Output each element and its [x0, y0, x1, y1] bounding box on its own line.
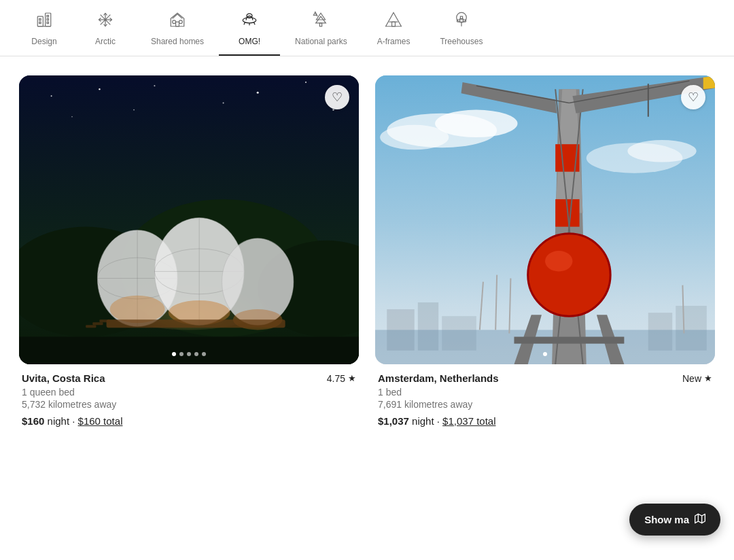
svg-line-28: [254, 22, 256, 24]
svg-point-49: [71, 116, 73, 118]
listing-title-row-uvita: Uvita, Costa Rica 4.75 ★: [22, 372, 356, 384]
aframe-icon: [385, 11, 402, 31]
nav-item-shared-homes[interactable]: Shared homes: [136, 0, 219, 56]
favorite-button-amsterdam[interactable]: ♡: [681, 85, 705, 109]
heart-icon: ♡: [332, 90, 343, 105]
svg-rect-31: [320, 23, 322, 27]
nav-item-arctic[interactable]: Arctic: [75, 0, 136, 56]
show-map-label: Show ma: [644, 514, 689, 525]
dot-3: [187, 352, 191, 356]
svg-rect-74: [19, 337, 359, 364]
listing-bed-uvita: 1 queen bed: [22, 387, 356, 398]
svg-rect-3: [39, 18, 41, 20]
svg-marker-95: [703, 75, 715, 89]
listing-title-row-amsterdam: Amsterdam, Netherlands New ★: [378, 372, 712, 384]
svg-point-77: [435, 110, 517, 137]
tree-icon: [312, 11, 330, 31]
nav-label-shared-homes: Shared homes: [151, 37, 204, 46]
svg-point-51: [332, 109, 334, 110]
svg-rect-6: [47, 18, 48, 20]
svg-point-45: [99, 88, 100, 90]
nav-label-design: Design: [31, 37, 56, 46]
svg-rect-73: [86, 325, 96, 328]
svg-point-37: [457, 12, 467, 22]
listing-distance-uvita: 5,732 kilometres away: [22, 399, 356, 410]
snowflake-icon: [97, 11, 114, 31]
dot-4: [194, 352, 198, 356]
listing-rating-amsterdam: New ★: [682, 373, 712, 384]
svg-line-26: [244, 22, 245, 24]
svg-rect-103: [514, 337, 624, 344]
star-icon-uvita: ★: [348, 373, 356, 383]
star-icon-amsterdam: ★: [704, 373, 712, 383]
price-night-uvita: $160: [22, 415, 44, 427]
price-total-amsterdam: $1,037 total: [442, 415, 495, 427]
svg-point-80: [627, 140, 696, 162]
map-icon: [695, 513, 705, 526]
rating-value-amsterdam: New: [682, 373, 701, 384]
price-total-uvita: $160 total: [78, 415, 123, 427]
svg-rect-4: [39, 22, 41, 23]
nav-item-treehouses[interactable]: Treehouses: [425, 0, 497, 56]
price-separator: night ·: [48, 415, 78, 427]
dot-2: [179, 352, 184, 356]
svg-point-22: [179, 20, 182, 24]
nav-item-a-frames[interactable]: A-frames: [362, 0, 425, 56]
image-dots-uvita: [172, 352, 206, 356]
svg-point-12: [104, 18, 106, 20]
listing-price-uvita: $160 night · $160 total: [22, 415, 356, 427]
listing-price-amsterdam: $1,037 night · $1,037 total: [378, 415, 712, 427]
price-separator-amsterdam: night ·: [412, 415, 442, 427]
svg-marker-110: [695, 514, 705, 523]
svg-rect-41: [463, 20, 466, 22]
listing-image-uvita: ♡: [19, 75, 359, 364]
listing-bed-amsterdam: 1 bed: [378, 387, 712, 398]
heart-icon-amsterdam: ♡: [688, 90, 699, 105]
svg-rect-71: [99, 319, 109, 322]
svg-point-47: [257, 92, 259, 94]
svg-rect-23: [176, 22, 179, 27]
nav-item-design[interactable]: Design: [14, 0, 75, 56]
svg-rect-0: [37, 16, 43, 27]
listing-distance-amsterdam: 7,691 kilometres away: [378, 399, 712, 410]
nav-label-national-parks: National parks: [295, 37, 347, 46]
nav-label-omg: OMG!: [239, 37, 260, 46]
svg-point-50: [223, 102, 224, 103]
dot-amsterdam-1: [543, 352, 547, 356]
rating-value-uvita: 4.75: [327, 373, 345, 384]
svg-point-48: [305, 82, 307, 83]
svg-rect-72: [92, 322, 103, 325]
show-map-button[interactable]: Show ma: [629, 504, 720, 536]
svg-point-100: [545, 251, 572, 271]
nav-item-national-parks[interactable]: National parks: [280, 0, 362, 56]
svg-rect-5: [47, 16, 48, 17]
dot-5: [202, 352, 206, 356]
favorite-button-uvita[interactable]: ♡: [325, 85, 349, 109]
listing-info-uvita: Uvita, Costa Rica 4.75 ★ 1 queen bed 5,7…: [19, 364, 359, 427]
svg-rect-86: [375, 330, 715, 364]
svg-marker-34: [386, 12, 402, 26]
listing-card-amsterdam[interactable]: ♡ Amsterdam, Netherlands New ★ 1 bed 7,6…: [375, 75, 715, 427]
listings-grid: ♡ Uvita, Costa Rica 4.75 ★ 1 queen bed 5…: [0, 56, 734, 454]
treehouse-icon: [453, 11, 470, 31]
image-dots-amsterdam: [543, 352, 547, 356]
svg-rect-40: [457, 20, 459, 22]
svg-point-62: [110, 296, 165, 323]
svg-point-78: [380, 125, 449, 150]
listing-card-uvita[interactable]: ♡ Uvita, Costa Rica 4.75 ★ 1 queen bed 5…: [19, 75, 359, 427]
svg-rect-42: [460, 16, 462, 19]
svg-point-46: [154, 85, 155, 86]
listing-location-amsterdam: Amsterdam, Netherlands: [378, 372, 499, 384]
listing-rating-uvita: 4.75 ★: [327, 373, 356, 384]
price-night-amsterdam: $1,037: [378, 415, 409, 427]
listing-info-amsterdam: Amsterdam, Netherlands New ★ 1 bed 7,691…: [375, 364, 715, 427]
svg-point-44: [51, 95, 52, 97]
building-icon: [35, 11, 53, 31]
shared-icon: [169, 11, 186, 31]
listing-image-amsterdam: ♡: [375, 75, 715, 364]
svg-rect-70: [107, 319, 285, 328]
svg-rect-36: [392, 22, 396, 27]
ufo-icon: [241, 11, 258, 31]
category-nav: Design Arctic: [0, 0, 734, 56]
nav-item-omg[interactable]: OMG!: [219, 0, 280, 56]
